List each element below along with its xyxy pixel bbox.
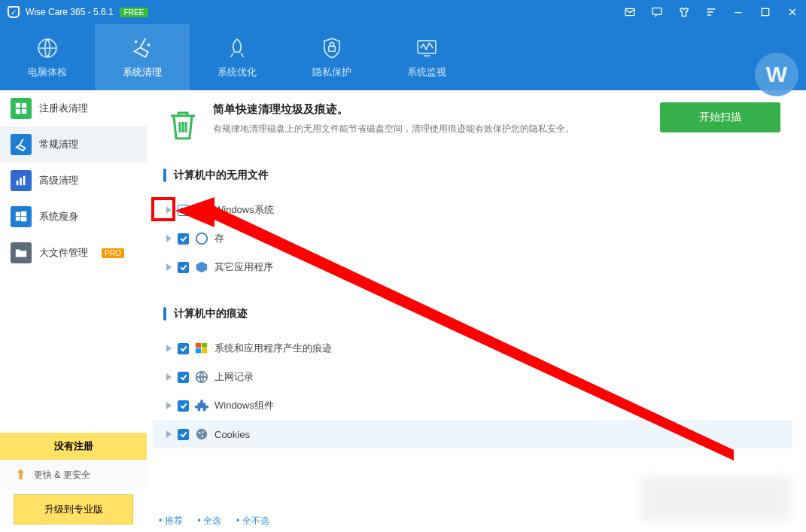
svg-point-30 <box>199 432 200 433</box>
upgrade-hint[interactable]: ⬆ 更快 & 更安全 <box>0 460 147 490</box>
expand-icon[interactable] <box>166 235 172 242</box>
svg-rect-25 <box>202 343 207 348</box>
rocket-icon <box>224 35 250 61</box>
svg-rect-17 <box>16 217 20 220</box>
row-other-apps[interactable]: 其它应用程序 <box>153 253 792 281</box>
minimize-button[interactable] <box>725 0 752 24</box>
checkbox[interactable] <box>178 372 189 383</box>
lock-shield-icon <box>319 35 345 61</box>
svg-rect-10 <box>16 109 20 114</box>
row-label: 其它应用程序 <box>214 260 273 274</box>
nav-system-clean[interactable]: 系统清理 <box>95 24 190 90</box>
row-label: Windows组件 <box>214 399 274 412</box>
upgrade-pro-button[interactable]: 升级到专业版 <box>14 494 133 524</box>
svg-point-23 <box>196 233 207 244</box>
expand-icon[interactable] <box>166 373 172 381</box>
sidebar: 注册表清理 常规清理 高级清理 系统瘦身 大文件管理 PRO 没有注册 ⬆ 更快… <box>0 90 147 532</box>
row-windows-system[interactable]: Windows系统 <box>153 196 792 224</box>
row-browsing[interactable]: 上网记录 <box>153 363 792 391</box>
folder-icon <box>11 242 32 263</box>
row-cache[interactable]: 存 <box>153 224 792 253</box>
row-windows-components[interactable]: Windows组件 <box>153 391 792 420</box>
sidebar-bigfile[interactable]: 大文件管理 PRO <box>0 235 147 271</box>
svg-rect-24 <box>196 343 201 348</box>
nav-label: 电脑体检 <box>28 65 67 79</box>
globe-small-icon <box>195 370 208 384</box>
header-subtitle: 有规律地清理磁盘上的无用文件能节省磁盘空间，清理使用痕迹能有效保护您的隐私安全。 <box>213 123 574 135</box>
nav-label: 系统监视 <box>407 65 446 79</box>
nav-pc-check[interactable]: 电脑体检 <box>0 24 95 90</box>
box-icon <box>195 260 208 274</box>
nav-system-optimize[interactable]: 系统优化 <box>190 24 284 90</box>
chart-icon <box>11 170 32 191</box>
puzzle-icon <box>195 399 208 412</box>
maximize-button[interactable] <box>752 0 779 24</box>
row-label: 上网记录 <box>214 370 254 384</box>
section-traces-title: 计算机中的痕迹 <box>163 307 792 321</box>
sidebar-system-slim[interactable]: 系统瘦身 <box>0 199 147 235</box>
annotation-box <box>151 197 175 221</box>
checkbox[interactable] <box>178 400 189 412</box>
pro-badge: PRO <box>102 248 124 258</box>
windows-icon <box>11 206 32 227</box>
footer-select-none[interactable]: 全不选 <box>236 515 269 527</box>
nav-monitor[interactable]: 系统监视 <box>379 24 474 90</box>
free-badge: FREE <box>120 8 149 17</box>
svg-point-4 <box>135 41 137 43</box>
checkbox[interactable] <box>178 429 189 440</box>
checkbox[interactable] <box>178 233 189 245</box>
feedback-icon[interactable] <box>643 0 671 24</box>
sidebar-label: 注册表清理 <box>39 102 88 115</box>
svg-rect-26 <box>196 348 201 353</box>
sidebar-label: 常规清理 <box>39 138 78 151</box>
expand-icon[interactable] <box>166 430 172 438</box>
app-shield-icon: ✓ <box>8 6 20 18</box>
svg-rect-19 <box>196 205 201 209</box>
checkbox[interactable] <box>178 343 189 354</box>
globe-small-icon <box>195 232 208 245</box>
svg-rect-21 <box>196 210 201 214</box>
unregistered-banner[interactable]: 没有注册 <box>0 433 147 460</box>
svg-rect-20 <box>202 205 207 209</box>
footer-recommend[interactable]: 推荐 <box>159 515 183 527</box>
start-scan-button[interactable]: 开始扫描 <box>660 102 780 132</box>
footer-links: 推荐 全选 全不选 <box>159 515 269 527</box>
cookie-icon <box>195 427 208 441</box>
svg-rect-9 <box>22 103 26 108</box>
row-system-traces[interactable]: 系统和应用程序产生的痕迹 <box>153 334 792 363</box>
svg-point-32 <box>202 436 203 437</box>
svg-rect-8 <box>16 103 20 108</box>
sidebar-label: 高级清理 <box>39 174 78 187</box>
footer-select-all[interactable]: 全选 <box>198 515 222 527</box>
expand-icon[interactable] <box>166 402 172 409</box>
expand-icon[interactable] <box>166 263 172 271</box>
svg-rect-18 <box>21 217 26 221</box>
sidebar-common-clean[interactable]: 常规清理 <box>0 126 147 163</box>
svg-rect-13 <box>20 178 22 185</box>
trash-icon <box>160 102 205 147</box>
shirt-icon[interactable] <box>671 0 698 24</box>
sidebar-registry-clean[interactable]: 注册表清理 <box>0 90 147 126</box>
menu-icon[interactable] <box>698 0 725 24</box>
row-label: Cookies <box>214 429 250 440</box>
title-text: Wise Care 365 - 5.6.1 <box>26 7 114 17</box>
svg-rect-14 <box>23 176 26 186</box>
broom-small-icon <box>11 134 32 155</box>
section-useless-files-title: 计算机中的无用文件 <box>163 169 792 182</box>
checkbox[interactable] <box>178 262 189 273</box>
globe-icon <box>35 35 60 61</box>
nav-privacy[interactable]: 隐私保护 <box>284 24 379 90</box>
broom-icon <box>129 35 155 61</box>
content-panel: 简单快速清理垃圾及痕迹。 有规律地清理磁盘上的无用文件能节省磁盘空间，清理使用痕… <box>147 90 806 532</box>
expand-icon[interactable] <box>166 345 172 352</box>
mail-icon[interactable] <box>616 0 643 24</box>
checkbox[interactable] <box>178 205 189 216</box>
svg-rect-16 <box>21 211 26 216</box>
svg-rect-1 <box>652 8 662 15</box>
sidebar-advanced-clean[interactable]: 高级清理 <box>0 163 147 199</box>
svg-rect-22 <box>202 210 207 214</box>
close-button[interactable] <box>779 0 806 24</box>
row-cookies[interactable]: Cookies <box>153 420 792 448</box>
svg-point-5 <box>148 44 150 46</box>
svg-rect-12 <box>17 181 19 185</box>
